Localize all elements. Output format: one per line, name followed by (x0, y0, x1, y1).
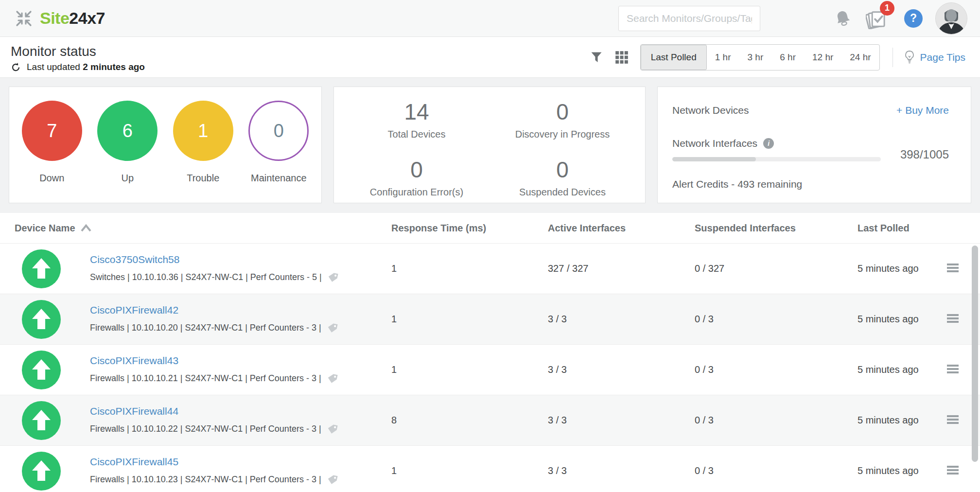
tag-icon[interactable] (326, 322, 338, 334)
page-title: Monitor status (11, 43, 145, 60)
header-controls: Last Polled 1 hr 3 hr 6 hr 12 hr 24 hr P… (590, 44, 965, 70)
status-trouble[interactable]: 1 Trouble (173, 101, 233, 184)
search-input[interactable] (618, 6, 760, 31)
total-devices-label: Total Devices (344, 129, 490, 140)
table-row: CiscoPIXFirewall42 Firewalls | 10.10.10.… (0, 294, 980, 344)
range-24hr[interactable]: 24 hr (841, 45, 879, 70)
col-active-interfaces[interactable]: Active Interfaces (548, 223, 695, 234)
buy-more-link[interactable]: + Buy More (896, 105, 949, 116)
sort-asc-icon[interactable] (80, 224, 92, 232)
up-count-circle[interactable]: 6 (97, 101, 158, 161)
range-6hr[interactable]: 6 hr (771, 45, 804, 70)
up-label: Up (121, 173, 134, 184)
interfaces-progress-track (672, 157, 881, 161)
status-maintenance[interactable]: 0 Maintenance (248, 101, 309, 184)
last-updated-label: Last updated (27, 62, 80, 72)
row-menu-icon[interactable] (947, 468, 960, 476)
alarms-icon[interactable]: 1 (865, 7, 888, 30)
device-details-text: Firewalls | 10.10.10.22 | S24X7-NW-C1 | … (90, 424, 321, 434)
range-1hr[interactable]: 1 hr (707, 45, 739, 70)
grid-view-icon[interactable] (615, 51, 629, 64)
vertical-scrollbar[interactable] (972, 246, 978, 462)
range-3hr[interactable]: 3 hr (739, 45, 771, 70)
device-name-link[interactable]: CiscoPIXFirewall43 (90, 355, 178, 367)
range-last-polled[interactable]: Last Polled (641, 45, 707, 70)
device-details-text: Switches | 10.10.10.36 | S24X7-NW-C1 | P… (90, 272, 322, 282)
device-name-link[interactable]: CiscoPIXFirewall42 (90, 304, 178, 316)
last-polled-value: 5 minutes ago (858, 465, 945, 476)
site24x7-logo[interactable]: Site24x7 (40, 9, 105, 28)
active-interfaces-value: 3 / 3 (548, 314, 695, 325)
device-info: CiscoPIXFirewall43 Firewalls | 10.10.10.… (90, 355, 338, 385)
down-count-circle[interactable]: 7 (22, 101, 82, 161)
response-time-value: 1 (391, 263, 548, 274)
summary-cards: 7 Down 6 Up 1 Trouble 0 Maintenance 14 T… (0, 78, 980, 213)
range-12hr[interactable]: 12 hr (804, 45, 841, 70)
status-up-icon (22, 249, 61, 288)
response-time-value: 1 (391, 364, 548, 375)
device-cell: CiscoPIXFirewall42 Firewalls | 10.10.10.… (0, 300, 391, 339)
suspended-interfaces-value: 0 / 3 (695, 415, 858, 426)
page-tips-button[interactable]: Page Tips (904, 50, 965, 65)
col-suspended-interfaces[interactable]: Suspended Interfaces (695, 223, 858, 234)
bell-icon[interactable] (833, 8, 853, 29)
response-time-value: 8 (391, 415, 548, 426)
monitor-status-card: 7 Down 6 Up 1 Trouble 0 Maintenance (9, 87, 322, 203)
interfaces-row: Network Interfaces i 398/1005 (672, 138, 949, 161)
col-device-name[interactable]: Device Name (0, 223, 391, 234)
config-errors-label: Configuration Error(s) (344, 187, 490, 198)
search-wrap (618, 6, 760, 31)
info-icon[interactable]: i (763, 138, 774, 149)
tag-icon[interactable] (326, 474, 338, 486)
status-up-icon (22, 452, 61, 491)
device-table: Device Name Response Time (ms) Active In… (0, 213, 980, 492)
device-name-link[interactable]: CiscoPIXFirewall44 (90, 405, 178, 417)
discovery-stat: 0 Discovery in Progress (490, 100, 635, 145)
trouble-count-circle[interactable]: 1 (173, 101, 233, 161)
down-label: Down (39, 173, 64, 184)
config-errors-value: 0 (344, 158, 490, 182)
col-last-polled[interactable]: Last Polled (858, 223, 945, 234)
row-menu-icon[interactable] (947, 418, 960, 426)
title-block: Monitor status Last updated 2 minutes ag… (11, 42, 145, 72)
total-devices-value: 14 (344, 100, 490, 124)
table-row: CiscoPIXFirewall45 Firewalls | 10.10.10.… (0, 445, 980, 492)
device-name-link[interactable]: CiscoPIXFirewall45 (90, 456, 178, 468)
network-interfaces-label: Network Interfaces (672, 138, 757, 149)
suspended-devices-label: Suspended Devices (490, 187, 635, 198)
last-updated-value: 2 minutes ago (83, 62, 145, 72)
row-menu-icon[interactable] (947, 266, 960, 274)
last-polled-value: 5 minutes ago (858, 263, 945, 274)
time-range-group: Last Polled 1 hr 3 hr 6 hr 12 hr 24 hr (640, 44, 880, 70)
refresh-icon[interactable] (11, 62, 21, 72)
collapse-menu-icon[interactable] (15, 9, 33, 28)
device-cell: CiscoPIXFirewall43 Firewalls | 10.10.10.… (0, 351, 391, 389)
row-menu-icon[interactable] (947, 367, 960, 375)
device-details: Firewalls | 10.10.10.20 | S24X7-NW-C1 | … (90, 322, 338, 334)
tag-icon[interactable] (327, 271, 339, 283)
user-avatar[interactable] (935, 2, 967, 35)
help-icon[interactable]: ? (904, 9, 923, 28)
total-devices-stat: 14 Total Devices (344, 100, 490, 145)
response-time-value: 1 (391, 465, 548, 476)
maintenance-count-circle[interactable]: 0 (248, 101, 309, 161)
tag-icon[interactable] (326, 423, 338, 435)
interfaces-progress-fill (672, 157, 756, 161)
device-info: CiscoPIXFirewall44 Firewalls | 10.10.10.… (90, 405, 338, 435)
filter-icon[interactable] (590, 51, 603, 64)
license-card: Network Devices + Buy More Network Inter… (657, 87, 971, 203)
status-down[interactable]: 7 Down (22, 101, 82, 184)
device-details: Firewalls | 10.10.10.21 | S24X7-NW-C1 | … (90, 372, 338, 385)
device-details: Firewalls | 10.10.10.22 | S24X7-NW-C1 | … (90, 423, 338, 435)
tag-icon[interactable] (326, 372, 338, 385)
suspended-interfaces-value: 0 / 3 (695, 314, 858, 325)
page-header: Monitor status Last updated 2 minutes ag… (0, 37, 980, 78)
col-response-time[interactable]: Response Time (ms) (391, 223, 548, 234)
device-cell: Cisco3750Switch58 Switches | 10.10.10.36… (0, 249, 391, 288)
response-time-value: 1 (391, 314, 548, 325)
status-up[interactable]: 6 Up (97, 101, 158, 184)
device-name-link[interactable]: Cisco3750Switch58 (90, 254, 179, 265)
row-menu-icon[interactable] (947, 316, 960, 325)
top-bar: Site24x7 1 ? (0, 0, 980, 37)
status-up-icon (22, 401, 61, 440)
